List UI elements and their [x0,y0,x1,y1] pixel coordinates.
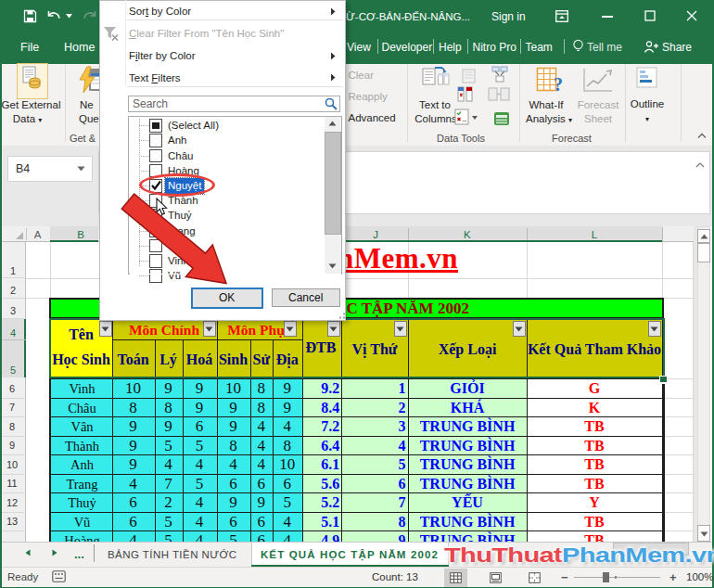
svg-text:?: ? [554,74,563,95]
